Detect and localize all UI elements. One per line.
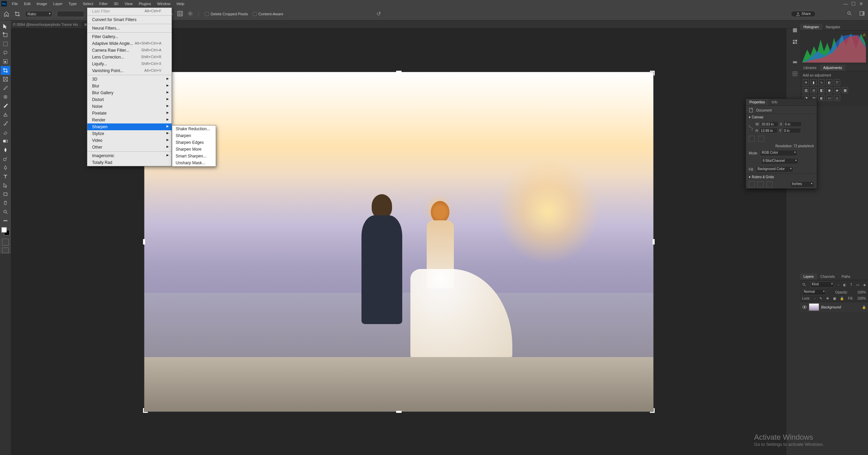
content-aware-checkbox[interactable]: Content-Aware [253, 12, 283, 16]
crop-handle-left[interactable] [143, 239, 145, 245]
x-input[interactable] [783, 121, 802, 127]
tab-info[interactable]: Info [768, 99, 781, 105]
filter-video[interactable]: Video▶ [87, 137, 172, 144]
link-icon[interactable] [749, 124, 753, 131]
patterns-panel-icon[interactable] [791, 70, 799, 78]
filter-sharpen[interactable]: Sharpen▶ [87, 123, 172, 130]
menu-type[interactable]: Type [66, 1, 80, 7]
crop-ratio-dropdown[interactable]: Ratio [25, 11, 52, 17]
tab-adjustments[interactable]: Adjustments [820, 65, 845, 71]
eraser-tool[interactable] [1, 128, 10, 137]
workspace-icon[interactable] [860, 11, 865, 17]
filter-convert-smart[interactable]: Convert for Smart Filters [87, 16, 172, 23]
sharpen-more[interactable]: Sharpen More [172, 146, 216, 153]
hue-icon[interactable]: ▥ [803, 87, 809, 93]
orientation-portrait-icon[interactable] [749, 136, 755, 142]
lasso-tool[interactable] [1, 48, 10, 57]
foreground-color-swatch[interactable] [1, 227, 7, 233]
artboard-tool[interactable] [1, 31, 10, 39]
rectangle-tool[interactable] [1, 190, 10, 199]
swatches-panel-icon[interactable] [791, 38, 799, 46]
menu-edit[interactable]: Edit [21, 1, 34, 7]
filter-blur-gallery[interactable]: Blur Gallery▶ [87, 89, 172, 96]
menu-filter[interactable]: Filter [96, 1, 110, 7]
filter-distort[interactable]: Distort▶ [87, 96, 172, 103]
filter-other[interactable]: Other▶ [87, 144, 172, 151]
object-select-tool[interactable] [1, 57, 10, 66]
tab-channels[interactable]: Channels [817, 273, 838, 280]
sharpen-unsharp-mask[interactable]: Unsharp Mask... [172, 159, 216, 166]
orientation-landscape-icon[interactable] [758, 136, 764, 142]
lock-paint-icon[interactable]: ✎ [819, 297, 822, 300]
rulers-section-label[interactable]: Rulers & Grids [752, 175, 774, 179]
tab-histogram[interactable]: Histogram [800, 24, 822, 30]
rect-marquee-tool[interactable] [1, 39, 10, 48]
zoom-tool[interactable] [1, 207, 10, 216]
filter-vanishing-point[interactable]: Vanishing Point...Alt+Ctrl+V [87, 67, 172, 74]
crop-bounding-box[interactable] [144, 72, 654, 412]
lock-all-icon[interactable]: 🔒 [840, 297, 844, 300]
menu-window[interactable]: Window [154, 1, 174, 7]
filter-camera-raw[interactable]: Camera Raw Filter...Shift+Ctrl+A [87, 47, 172, 54]
type-tool[interactable] [1, 172, 10, 181]
filter-liquify[interactable]: Liquify...Shift+Ctrl+X [87, 61, 172, 67]
grid-icon[interactable] [758, 181, 764, 187]
menu-select[interactable]: Select [80, 1, 96, 7]
crop-handle-bottom-right[interactable] [650, 408, 655, 413]
exposure-icon[interactable]: ◐ [826, 79, 832, 85]
frame-tool[interactable] [1, 75, 10, 84]
filter-pixel-icon[interactable]: ▫ [838, 283, 839, 287]
threshold-icon[interactable]: ◐ [818, 95, 825, 101]
tab-navigator[interactable]: Navigator [822, 24, 844, 30]
menu-plugins[interactable]: Plugins [136, 1, 154, 7]
tab-layers[interactable]: Layers [800, 273, 817, 280]
gradients-panel-icon[interactable] [791, 58, 799, 66]
tab-properties[interactable]: Properties [746, 99, 768, 105]
minimize-button[interactable]: — [843, 1, 848, 6]
filter-render[interactable]: Render▶ [87, 117, 172, 123]
close-button[interactable]: ✕ [859, 1, 863, 6]
fill-value[interactable]: 100% [857, 297, 866, 300]
filter-last-filter[interactable]: Last FilterAlt+Ctrl+F [87, 8, 172, 15]
lock-trans-icon[interactable]: ▫ [814, 297, 816, 300]
sharpen-shake-reduction[interactable]: Shake Reduction... [172, 125, 216, 132]
healing-brush-tool[interactable] [1, 92, 10, 101]
selective-color-icon[interactable]: ◇ [834, 95, 840, 101]
tab-paths[interactable]: Paths [838, 273, 854, 280]
height-input[interactable] [759, 128, 778, 133]
foreground-background-swatch[interactable] [1, 227, 10, 235]
edit-toolbar-button[interactable] [1, 216, 10, 225]
menu-layer[interactable]: Layer [50, 1, 66, 7]
layer-name[interactable]: Background [821, 305, 841, 309]
filter-stylize[interactable]: Stylize▶ [87, 130, 172, 137]
filter-neural[interactable]: Neural Filters... [87, 25, 172, 32]
visibility-icon[interactable] [802, 305, 807, 309]
search-icon[interactable] [847, 11, 852, 17]
filter-shape-icon[interactable]: ▭ [856, 283, 859, 287]
photo-filter-icon[interactable]: ◉ [826, 87, 832, 93]
channel-mixer-icon[interactable]: ◈ [834, 87, 840, 93]
filter-adjust-icon[interactable]: ◐ [843, 283, 846, 287]
lock-artboard-icon[interactable]: ▣ [833, 297, 836, 300]
crop-tool-icon[interactable] [14, 11, 20, 17]
width-input[interactable] [760, 121, 778, 127]
dodge-tool[interactable] [1, 154, 10, 163]
layer-filter-dropdown[interactable]: Kind [810, 282, 834, 288]
move-tool[interactable] [1, 22, 10, 31]
gradient-tool[interactable] [1, 137, 10, 146]
path-select-tool[interactable] [1, 181, 10, 190]
tab-libraries[interactable]: Libraries [800, 65, 820, 71]
gradient-map-icon[interactable]: ▭ [826, 95, 832, 101]
blend-mode-dropdown[interactable]: Normal [802, 289, 826, 295]
maximize-button[interactable]: ☐ [851, 1, 856, 6]
filter-noise[interactable]: Noise▶ [87, 103, 172, 110]
screen-mode-button[interactable] [2, 248, 9, 253]
ruler-unit-dropdown[interactable]: Inches [790, 181, 814, 187]
menu-view[interactable]: View [122, 1, 136, 7]
sharpen-sharpen[interactable]: Sharpen [172, 132, 216, 139]
brush-tool[interactable] [1, 101, 10, 110]
filter-imagenomic[interactable]: Imagenomic▶ [87, 152, 172, 159]
history-brush-tool[interactable] [1, 119, 10, 128]
filter-adaptive-wide[interactable]: Adaptive Wide Angle...Alt+Shift+Ctrl+A [87, 40, 172, 47]
grid-overlay-icon[interactable] [177, 11, 183, 17]
